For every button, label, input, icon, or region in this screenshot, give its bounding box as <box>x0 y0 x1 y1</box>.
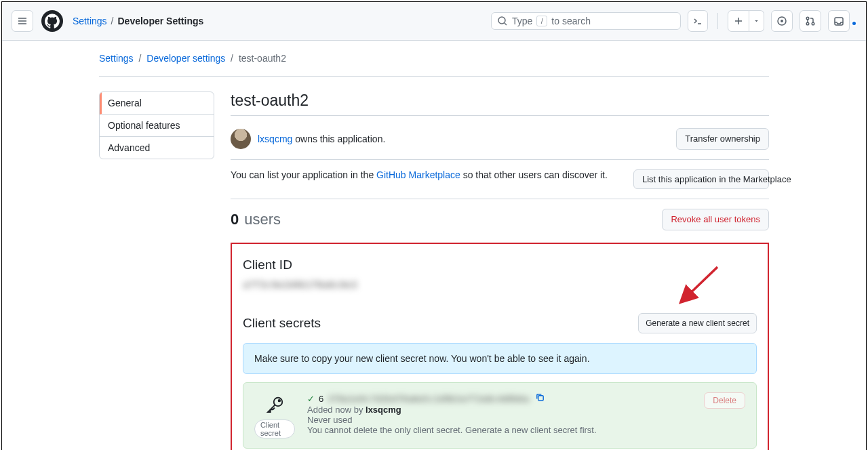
side-nav: General Optional features Advanced <box>99 91 214 450</box>
secret-prefix: 6 <box>319 394 323 404</box>
hamburger-button[interactable] <box>12 10 33 32</box>
revoke-tokens-button[interactable]: Revoke all user tokens <box>662 209 769 230</box>
marketplace-post: so that other users can discover it. <box>460 169 608 180</box>
search-icon <box>497 16 508 26</box>
header-divider <box>717 13 718 29</box>
crumb-settings[interactable]: Settings <box>99 53 134 64</box>
svg-point-8 <box>279 400 281 402</box>
create-new-button[interactable] <box>728 10 749 32</box>
crumb-current: test-oauth2 <box>239 53 286 64</box>
page-title: test-oauth2 <box>231 91 769 116</box>
checkmark-icon: ✓ <box>307 394 315 404</box>
svg-point-3 <box>806 17 809 20</box>
marketplace-link[interactable]: GitHub Marketplace <box>376 169 460 180</box>
search-input[interactable]: Type / to search <box>491 12 681 30</box>
header-separator <box>99 76 769 77</box>
pull-request-icon <box>805 16 816 26</box>
key-icon <box>264 395 285 415</box>
secret-added-user: lxsqcmg <box>366 405 401 415</box>
search-placeholder-pre: Type <box>512 16 532 26</box>
notification-dot-icon <box>851 20 857 26</box>
create-new-dropdown[interactable] <box>749 10 764 32</box>
owner-avatar <box>231 129 251 149</box>
copy-secret-button[interactable] <box>534 392 547 405</box>
page-breadcrumb: Settings / Developer settings / test-oau… <box>99 53 769 64</box>
command-palette-button[interactable] <box>688 10 708 32</box>
plus-icon <box>733 16 744 26</box>
client-id-value: a7f3c9e2d4b1f8a6c0e3 <box>243 279 757 290</box>
search-placeholder-post: to search <box>551 16 591 26</box>
github-icon <box>45 14 60 28</box>
secret-chip: Client secret <box>254 420 295 438</box>
svg-point-2 <box>781 20 783 22</box>
main-panel: test-oauth2 lxsqcmg owns this applicatio… <box>231 91 769 450</box>
delete-secret-button[interactable]: Delete <box>704 392 745 409</box>
create-new-group <box>728 10 764 32</box>
owner-text: lxsqcmg owns this application. <box>258 134 385 144</box>
hamburger-icon <box>17 16 28 26</box>
pull-requests-button[interactable] <box>800 10 821 32</box>
github-logo[interactable] <box>41 10 63 32</box>
header-crumb-settings[interactable]: Settings <box>73 16 107 26</box>
inbox-icon <box>833 16 844 26</box>
marketplace-pre: You can list your application in the <box>231 169 376 180</box>
crumb-developer-settings[interactable]: Developer settings <box>146 53 225 64</box>
svg-point-0 <box>498 17 505 24</box>
secret-never-used: Never used <box>307 415 692 425</box>
notifications-button[interactable] <box>828 10 850 32</box>
users-label: users <box>244 211 281 228</box>
list-in-marketplace-button[interactable]: List this application in the Marketplace <box>633 169 769 189</box>
secret-added-text: Added now by lxsqcmg <box>307 405 692 415</box>
svg-point-4 <box>806 22 809 25</box>
secret-cannot-delete: You cannot delete the only client secret… <box>307 425 692 435</box>
slash-key-icon: / <box>536 16 547 26</box>
nav-item-advanced[interactable]: Advanced <box>100 137 214 159</box>
app-header: Settings / Developer Settings Type / to … <box>2 2 866 41</box>
chevron-down-icon <box>753 16 760 26</box>
generate-secret-button[interactable]: Generate a new client secret <box>638 313 757 333</box>
breadcrumb-separator: / <box>111 16 114 26</box>
marketplace-text: You can list your application in the Git… <box>231 169 625 180</box>
client-secrets-heading: Client secrets <box>243 316 630 331</box>
users-number: 0 <box>231 211 239 228</box>
secret-masked: 3f8a1e9c7d2b4f0a6e5c1d9b3a7f2e8c4d0b6a <box>328 394 529 404</box>
secret-card: Client secret ✓ 63f8a1e9c7d2b4f0a6e5c1d9… <box>243 382 757 449</box>
issue-icon <box>776 16 787 26</box>
command-icon <box>692 16 703 26</box>
users-count: 0 users <box>231 211 654 228</box>
header-breadcrumb: Settings / Developer Settings <box>73 16 203 26</box>
copy-icon <box>535 392 545 403</box>
issues-button[interactable] <box>771 10 793 32</box>
nav-item-general[interactable]: General <box>100 92 214 115</box>
transfer-ownership-button[interactable]: Transfer ownership <box>676 128 769 150</box>
svg-rect-9 <box>538 396 543 401</box>
secret-flash-message: Make sure to copy your new client secret… <box>243 343 757 374</box>
nav-item-optional-features[interactable]: Optional features <box>100 115 214 137</box>
owner-suffix: owns this application. <box>292 134 385 144</box>
annotated-region: Client ID a7f3c9e2d4b1f8a6c0e3 Client se… <box>231 243 769 450</box>
header-crumb-developer: Developer Settings <box>117 16 203 26</box>
owner-link[interactable]: lxsqcmg <box>258 134 292 144</box>
svg-point-5 <box>812 22 814 25</box>
client-id-heading: Client ID <box>243 258 757 272</box>
